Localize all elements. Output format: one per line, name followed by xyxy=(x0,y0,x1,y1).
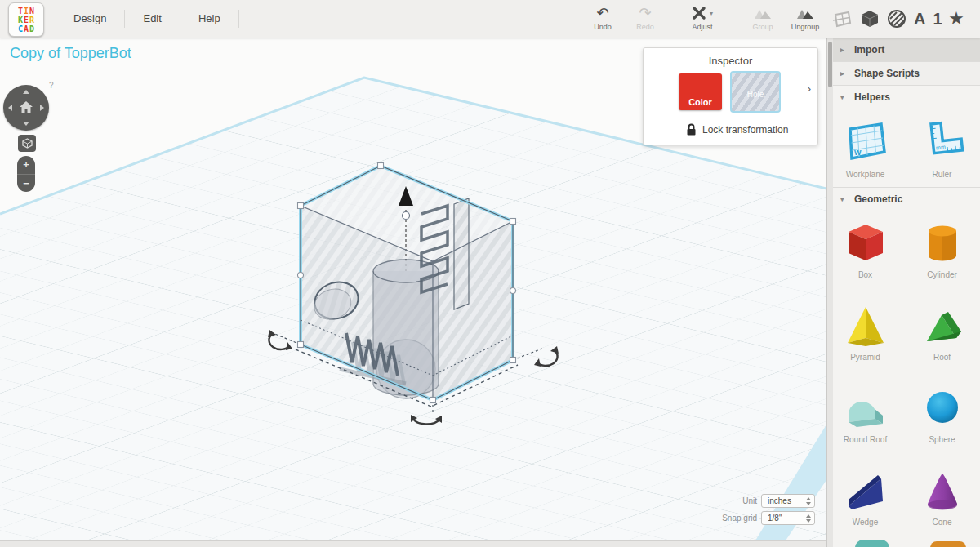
unit-label: Unit xyxy=(742,496,757,505)
cylinder-shape-icon xyxy=(919,220,966,269)
zoom-out-button[interactable]: − xyxy=(17,175,35,193)
roof-shape-icon xyxy=(919,302,966,351)
caret-down-icon: ▾ xyxy=(710,10,713,17)
numbers-category-icon[interactable]: 1 xyxy=(933,0,942,38)
chevron-right-icon: ▸ xyxy=(840,46,847,54)
stepper-icon xyxy=(806,497,811,505)
ungroup-button[interactable]: Ungroup xyxy=(784,4,826,31)
shape-category-quickbar: A 1 ★ xyxy=(833,0,980,38)
panel-scrollbar[interactable] xyxy=(827,38,833,547)
ungroup-icon xyxy=(784,4,826,22)
helpers-content: W Workplane mm Ruler xyxy=(827,109,980,188)
snap-grid-dropdown[interactable]: 1/8" xyxy=(761,511,815,525)
holes-category-icon[interactable] xyxy=(887,9,906,29)
ruler-helper-icon: mm xyxy=(919,118,966,168)
snap-grid-label: Snap grid xyxy=(722,514,757,523)
inspector-panel: Inspector Color Hole › Lock transformati… xyxy=(643,47,818,145)
document-title: Copy of TopperBot xyxy=(10,45,131,62)
unit-dropdown[interactable]: inches xyxy=(761,494,815,508)
inspector-title: Inspector xyxy=(644,55,817,67)
chevron-down-icon: ▾ xyxy=(840,93,847,101)
shapes-panel: ▸ Import ▸ Shape Scripts ▾ Helpers W Wor… xyxy=(826,38,980,547)
lock-transformation[interactable]: Lock transformation xyxy=(686,123,788,136)
letters-category-icon[interactable]: A xyxy=(914,0,925,38)
menu-design[interactable]: Design xyxy=(56,0,124,38)
group-button[interactable]: Group xyxy=(742,4,784,31)
shape-tile-cone[interactable]: Cone xyxy=(904,464,980,546)
workplane-category-icon[interactable] xyxy=(833,9,853,29)
logo-letter: E xyxy=(24,16,29,24)
orbit-cube-icon xyxy=(22,138,33,149)
adjust-button[interactable]: ▾ Adjust xyxy=(681,4,724,31)
logo-letter: K xyxy=(18,16,23,24)
action-toolbar: ↶ Undo ↷ Redo ▾ Adjust Group Ungroup xyxy=(581,4,826,31)
geometric-shapes-grid: Box Cylinder Pyramid Roof xyxy=(827,211,980,547)
helper-tile-ruler[interactable]: mm Ruler xyxy=(904,114,980,179)
color-swatch[interactable]: Color xyxy=(679,73,722,110)
menu-help[interactable]: Help xyxy=(180,0,238,38)
logo-letter: A xyxy=(24,24,29,33)
next-row-shape-partial[interactable] xyxy=(855,540,889,547)
menu-edit[interactable]: Edit xyxy=(125,0,179,38)
helper-tile-workplane[interactable]: W Workplane xyxy=(827,114,904,179)
canvas-bottom-strip xyxy=(0,540,826,547)
toolbar: TIN KER CAD Design Edit Help ↶ Undo ↷ Re… xyxy=(0,0,980,38)
top-scale-handle[interactable] xyxy=(403,212,410,220)
pyramid-shape-icon xyxy=(842,302,889,351)
redo-button[interactable]: ↷ Redo xyxy=(624,4,666,31)
shape-tile-sphere[interactable]: Sphere xyxy=(904,381,980,464)
next-row-shape-partial[interactable] xyxy=(930,541,966,547)
tinkercad-logo[interactable]: TIN KER CAD xyxy=(8,2,44,37)
zoom-in-button[interactable]: + xyxy=(17,156,35,175)
scrollbar-thumb[interactable] xyxy=(828,42,832,87)
logo-letter: R xyxy=(29,16,34,24)
home-view-icon xyxy=(3,85,49,131)
symbols-category-icon[interactable]: ★ xyxy=(950,0,964,38)
unit-controls: Unit inches Snap grid 1/8" xyxy=(722,494,815,528)
group-icon xyxy=(742,4,784,22)
menu-bar: Design Edit Help xyxy=(56,0,239,38)
shape-tile-roof[interactable]: Roof xyxy=(904,299,980,381)
box-shape-icon xyxy=(842,220,889,269)
logo-letter: T xyxy=(18,7,23,16)
adjust-icon: ▾ xyxy=(681,4,724,22)
geometric-category-icon[interactable] xyxy=(860,9,880,29)
3d-viewport[interactable]: Copy of TopperBot ? + − Inspector Color … xyxy=(0,38,826,547)
lock-icon xyxy=(686,123,697,136)
chevron-down-icon: ▾ xyxy=(840,195,847,203)
stepper-icon xyxy=(806,514,811,523)
logo-letter: C xyxy=(18,24,23,33)
workplane-helper-icon: W xyxy=(842,118,889,168)
shape-tile-pyramid[interactable]: Pyramid xyxy=(827,299,904,381)
cone-shape-icon xyxy=(919,467,966,516)
hole-swatch-selected[interactable]: Hole xyxy=(730,71,781,113)
inspector-expand-arrow[interactable]: › xyxy=(808,82,811,95)
wedge-shape-icon xyxy=(842,467,889,516)
zoom-control[interactable]: + − xyxy=(17,156,35,192)
undo-button[interactable]: ↶ Undo xyxy=(581,4,624,31)
redo-icon: ↷ xyxy=(624,4,666,22)
section-helpers[interactable]: ▾ Helpers xyxy=(827,86,980,109)
svg-text:mm: mm xyxy=(935,144,945,150)
section-shape-scripts[interactable]: ▸ Shape Scripts xyxy=(827,62,980,86)
shape-tile-cylinder[interactable]: Cylinder xyxy=(904,216,980,299)
logo-letter: D xyxy=(29,24,34,33)
view-navigation-ball[interactable] xyxy=(3,85,49,131)
shape-tile-round-roof[interactable]: Round Roof xyxy=(827,381,904,464)
shape-tile-wedge[interactable]: Wedge xyxy=(827,464,904,546)
section-geometric[interactable]: ▾ Geometric xyxy=(827,188,980,211)
chevron-right-icon: ▸ xyxy=(840,69,847,78)
shape-tile-box[interactable]: Box xyxy=(827,216,904,299)
menu-separator xyxy=(238,10,239,28)
help-icon[interactable]: ? xyxy=(49,81,54,90)
undo-icon: ↶ xyxy=(581,4,624,22)
section-import[interactable]: ▸ Import xyxy=(827,38,980,62)
svg-text:W: W xyxy=(854,149,862,157)
logo-letter: I xyxy=(24,7,29,16)
sphere-shape-icon xyxy=(919,385,966,434)
orbit-view-button[interactable] xyxy=(18,135,36,152)
round-roof-shape-icon xyxy=(842,385,889,434)
logo-letter: N xyxy=(29,7,34,16)
